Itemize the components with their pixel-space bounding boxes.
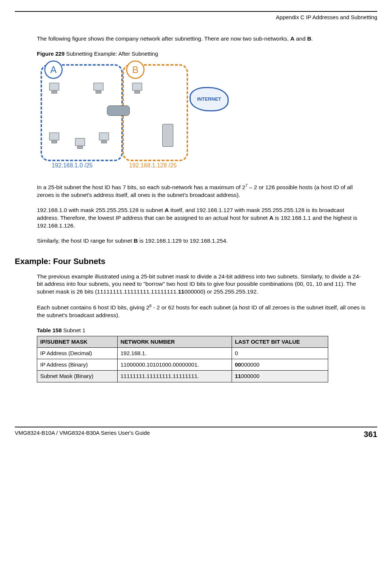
page-number: 361 bbox=[364, 430, 377, 439]
subnet-b-label: 192.168.1.128 /25 bbox=[129, 162, 177, 170]
bold-a: A bbox=[290, 35, 294, 42]
svg-rect-7 bbox=[77, 146, 83, 149]
table-number: Table 158 bbox=[37, 327, 62, 333]
figure-number: Figure 229 bbox=[37, 51, 65, 57]
svg-rect-11 bbox=[135, 91, 140, 93]
bold-bits: 00 bbox=[235, 361, 241, 368]
server-icon bbox=[162, 124, 173, 147]
para-subnet-b: Similarly, the host ID range for subnet … bbox=[37, 237, 366, 245]
section-wrapper: Example: Four Subnets bbox=[15, 256, 366, 267]
bold-b: B bbox=[307, 35, 311, 42]
pc-icon bbox=[74, 137, 89, 152]
text: is 192.168.1.129 to 192.168.1.254. bbox=[138, 237, 228, 244]
col-last-octet: LAST OCTET BIT VALUE bbox=[232, 336, 328, 347]
svg-rect-10 bbox=[132, 83, 142, 90]
col-ip-subnet-mask: IP/SUBNET MASK bbox=[37, 336, 118, 347]
bold-bits: 11 bbox=[235, 373, 241, 379]
bold-b: B bbox=[133, 237, 138, 244]
subnet-a-label: 192.168.1.0 /25 bbox=[52, 162, 93, 170]
cell: Subnet Mask (Binary) bbox=[37, 371, 118, 382]
cell: 11000000 bbox=[232, 371, 328, 382]
pc-icon bbox=[92, 81, 107, 96]
pc-icon bbox=[98, 131, 112, 146]
pc-icon bbox=[48, 81, 63, 96]
table-row: IP Address (Binary) 11000000.10101000.00… bbox=[37, 359, 328, 371]
text: 000000 bbox=[241, 361, 260, 368]
subnet-1-table: IP/SUBNET MASK NETWORK NUMBER LAST OCTET… bbox=[37, 336, 328, 382]
svg-rect-2 bbox=[94, 83, 103, 90]
table-header-row: IP/SUBNET MASK NETWORK NUMBER LAST OCTET… bbox=[37, 336, 328, 347]
para-four-subnets-1: The previous example illustrated using a… bbox=[37, 273, 366, 296]
intro-para: The following figure shows the company n… bbox=[37, 35, 366, 43]
badge-a: A bbox=[44, 60, 63, 79]
text: and bbox=[294, 35, 307, 42]
svg-rect-0 bbox=[49, 83, 59, 90]
text: Similarly, the host ID range for subnet bbox=[37, 237, 133, 244]
text: The following figure shows the company n… bbox=[37, 35, 290, 42]
figure-caption: Figure 229 Subnetting Example: After Sub… bbox=[37, 50, 366, 58]
bold-a: A bbox=[269, 215, 273, 221]
cell: 00000000 bbox=[232, 359, 328, 371]
text: . bbox=[311, 35, 313, 42]
text: 192.168.1.0 with mask 255.255.255.128 is… bbox=[37, 207, 164, 213]
svg-rect-6 bbox=[75, 138, 85, 146]
text: In a 25-bit subnet the host ID has 7 bit… bbox=[37, 184, 245, 190]
para-subnet-a: 192.168.1.0 with mask 255.255.255.128 is… bbox=[37, 207, 366, 230]
para-four-subnets-2: Each subnet contains 6 host ID bits, giv… bbox=[37, 303, 366, 319]
text: 000000) or 255.255.255.192. bbox=[184, 288, 258, 295]
router-icon bbox=[107, 105, 130, 116]
table-caption: Table 158 Subnet 1 bbox=[37, 327, 366, 334]
cell: 192.168.1. bbox=[117, 347, 232, 359]
pc-icon bbox=[131, 81, 146, 96]
guide-title: VMG8324-B10A / VMG8324-B30A Series User'… bbox=[15, 430, 150, 439]
running-header: Appendix C IP Addresses and Subnetting bbox=[15, 14, 377, 20]
text: Each subnet contains 6 host ID bits, giv… bbox=[37, 304, 149, 311]
section-heading: Example: Four Subnets bbox=[15, 256, 366, 267]
content-area: The following figure shows the company n… bbox=[37, 35, 366, 382]
bold-bits: 11 bbox=[178, 288, 184, 295]
cell: 11111111.11111111.11111111. bbox=[117, 371, 232, 382]
cell: 11000000.10101000.00000001. bbox=[117, 359, 232, 371]
cell: IP Address (Decimal) bbox=[37, 347, 118, 359]
subnet-b-bubble bbox=[122, 64, 188, 161]
table-title: Subnet 1 bbox=[62, 327, 85, 333]
cell: IP Address (Binary) bbox=[37, 359, 118, 371]
text: 000000 bbox=[241, 373, 260, 379]
internet-cloud-icon: INTERNET bbox=[190, 87, 229, 111]
pc-icon bbox=[48, 131, 63, 146]
figure-title: Subnetting Example: After Subnetting bbox=[65, 51, 158, 57]
svg-rect-1 bbox=[52, 91, 57, 93]
page-footer: VMG8324-B10A / VMG8324-B30A Series User'… bbox=[15, 427, 377, 439]
bold-a: A bbox=[164, 207, 169, 213]
svg-rect-5 bbox=[52, 141, 57, 143]
svg-rect-8 bbox=[99, 133, 109, 140]
table-row: Subnet Mask (Binary) 11111111.11111111.1… bbox=[37, 371, 328, 382]
para-25bit: In a 25-bit subnet the host ID has 7 bit… bbox=[37, 183, 366, 199]
svg-rect-3 bbox=[96, 91, 101, 93]
svg-rect-4 bbox=[49, 133, 59, 140]
table-row: IP Address (Decimal) 192.168.1. 0 bbox=[37, 347, 328, 359]
col-network-number: NETWORK NUMBER bbox=[117, 336, 232, 347]
page-border: Appendix C IP Addresses and Subnetting T… bbox=[15, 11, 377, 382]
badge-b: B bbox=[126, 60, 145, 79]
svg-rect-9 bbox=[101, 141, 107, 143]
cell: 0 bbox=[232, 347, 328, 359]
figure-229-diagram: A B INTERNET 192.168.1.0 / bbox=[37, 61, 229, 172]
